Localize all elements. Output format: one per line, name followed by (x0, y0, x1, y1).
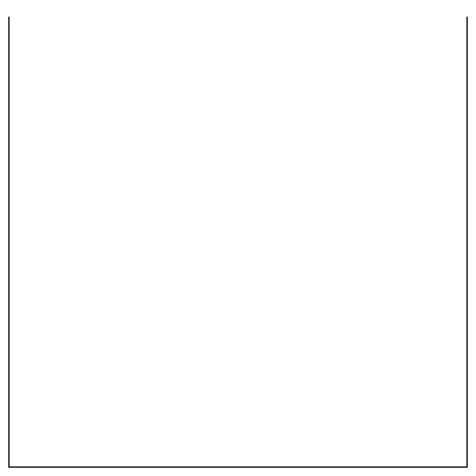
chart-container (0, 0, 476, 476)
gradient-background (10, 17, 466, 466)
plot-area (8, 17, 468, 468)
chart-svg (10, 17, 466, 466)
